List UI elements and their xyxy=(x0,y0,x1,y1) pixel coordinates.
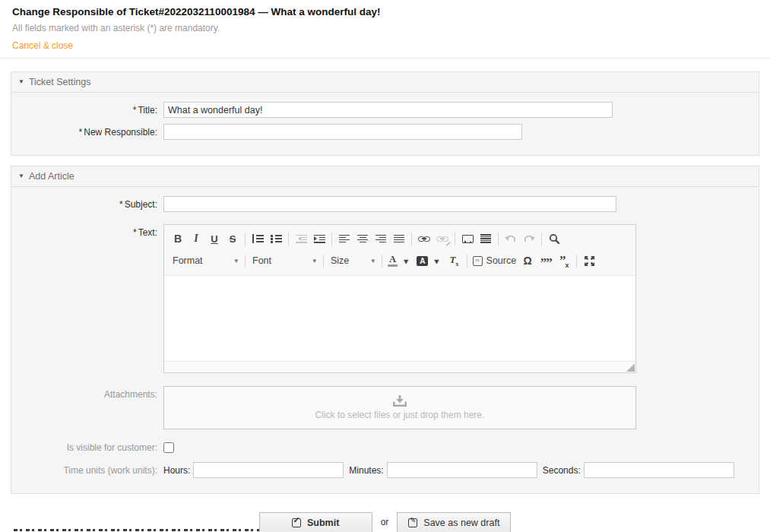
align-right-icon xyxy=(375,235,386,243)
undo-icon xyxy=(505,234,517,244)
insert-quote-button[interactable]: ”” xyxy=(537,252,555,270)
save-draft-button-label: Save as new draft xyxy=(423,518,499,528)
outdent-button[interactable] xyxy=(292,230,310,248)
visible-for-customer-checkbox[interactable] xyxy=(163,442,174,453)
align-center-icon xyxy=(357,235,368,243)
unlink-icon xyxy=(436,236,448,242)
indent-button[interactable] xyxy=(310,230,328,248)
link-icon xyxy=(418,236,430,242)
title-label: *Title: xyxy=(17,102,163,116)
format-combo-label: Format xyxy=(173,255,203,266)
required-mark: * xyxy=(133,105,137,116)
ticket-settings-header[interactable]: ▼ Ticket Settings xyxy=(11,72,759,93)
font-combo-label: Font xyxy=(252,255,271,266)
redo-button[interactable] xyxy=(520,230,538,248)
add-article-body: *Subject: *Text: B I U S xyxy=(11,187,759,493)
add-article-title: Add Article xyxy=(29,171,74,182)
italic-button[interactable]: I xyxy=(187,230,205,248)
ticket-settings-body: *Title: *New Responsible: xyxy=(11,93,759,155)
richtext-editor: B I U S xyxy=(163,224,636,373)
remove-quote-icon: ”x xyxy=(559,253,569,268)
minutes-input[interactable] xyxy=(387,462,537,478)
dropzone-text: Click to select files or just drop them … xyxy=(315,410,485,420)
time-units-row: Time units (work units): Hours: Minutes:… xyxy=(17,462,753,478)
toolbar-separator xyxy=(331,233,332,245)
underline-button[interactable]: U xyxy=(205,230,223,248)
bullet-list-icon xyxy=(271,235,282,243)
visible-for-customer-label: Is visible for customer: xyxy=(17,442,163,453)
seconds-input[interactable] xyxy=(584,462,734,478)
background-color-button[interactable]: A▾ xyxy=(414,252,445,270)
remove-format-button[interactable]: Tx xyxy=(445,252,464,270)
insert-link-button[interactable] xyxy=(415,230,433,248)
toolbar-separator xyxy=(245,255,246,268)
remove-format-icon: Tx xyxy=(450,254,459,268)
undo-button[interactable] xyxy=(502,230,520,248)
outdent-icon xyxy=(296,235,307,243)
chevron-down-icon: ▾ xyxy=(312,257,316,264)
chevron-down-icon: ▾ xyxy=(234,257,238,264)
text-color-button[interactable]: A▾ xyxy=(385,252,414,270)
cancel-close-link[interactable]: Cancel & close xyxy=(12,40,73,51)
subject-input[interactable] xyxy=(163,196,616,212)
align-left-button[interactable] xyxy=(335,230,353,248)
new-responsible-input[interactable] xyxy=(163,124,522,140)
source-button-label: Source xyxy=(486,255,517,266)
collapse-arrow-icon: ▼ xyxy=(18,79,24,85)
ordered-list-icon xyxy=(252,235,264,243)
toolbar-separator xyxy=(411,233,412,245)
image-icon xyxy=(462,235,474,243)
source-button[interactable]: ‹›Source xyxy=(471,252,519,270)
bold-button[interactable]: B xyxy=(169,230,187,248)
title-row: *Title: xyxy=(17,102,753,118)
footer-actions: ✓ Submit or ✎ Save as new draft xyxy=(0,512,770,532)
save-as-new-draft-button[interactable]: ✎ Save as new draft xyxy=(397,512,511,532)
title-input[interactable] xyxy=(163,102,613,118)
horizontal-rule-button[interactable] xyxy=(477,230,495,248)
mandatory-note: All fields marked with an asterisk (*) a… xyxy=(12,23,758,34)
resize-grip[interactable] xyxy=(626,363,635,372)
time-units-label: Time units (work units): xyxy=(17,462,163,476)
file-dropzone[interactable]: Click to select files or just drop them … xyxy=(163,386,636,429)
remove-quote-button[interactable]: ”x xyxy=(555,252,573,270)
insert-image-button[interactable] xyxy=(458,230,477,248)
underline-icon: U xyxy=(211,233,217,245)
chevron-down-icon: ▾ xyxy=(371,257,375,264)
font-combo[interactable]: Font▾ xyxy=(249,254,320,268)
required-mark: * xyxy=(79,127,83,138)
required-mark: * xyxy=(119,199,123,210)
special-char-button[interactable]: Ω xyxy=(518,252,537,270)
redo-icon xyxy=(523,234,535,244)
italic-icon: I xyxy=(194,233,198,245)
chevron-down-icon: ▾ xyxy=(400,254,412,268)
find-button[interactable] xyxy=(545,230,563,248)
size-combo[interactable]: Size▾ xyxy=(327,254,379,268)
align-center-button[interactable] xyxy=(353,230,372,248)
time-units-inputs: Hours: Minutes: Seconds: xyxy=(163,462,734,478)
bold-icon: B xyxy=(174,233,182,245)
ordered-list-button[interactable] xyxy=(249,230,267,248)
horizontal-rule-icon xyxy=(480,234,491,243)
attachments-row: Attachments: Click to select files or ju… xyxy=(17,386,753,429)
maximize-button[interactable] xyxy=(580,252,598,270)
editor-content-area[interactable] xyxy=(164,276,635,361)
toolbar-separator xyxy=(323,255,324,268)
format-combo[interactable]: Format▾ xyxy=(169,254,242,268)
bullet-list-button[interactable] xyxy=(267,230,285,248)
unlink-button[interactable] xyxy=(433,230,452,248)
collapse-arrow-icon: ▼ xyxy=(18,173,24,179)
submit-button[interactable]: ✓ Submit xyxy=(259,512,372,532)
justify-button[interactable] xyxy=(390,230,408,248)
subject-label: *Subject: xyxy=(17,196,163,210)
add-article-header[interactable]: ▼ Add Article xyxy=(11,166,759,187)
strikethrough-button[interactable]: S xyxy=(223,230,242,248)
hours-input[interactable] xyxy=(193,462,344,478)
text-color-icon: A xyxy=(388,255,398,268)
new-responsible-label: *New Responsible: xyxy=(17,124,163,138)
add-article-widget: ▼ Add Article *Subject: *Text: B I U S xyxy=(11,166,759,494)
visible-for-customer-row: Is visible for customer: xyxy=(17,442,753,453)
align-right-button[interactable] xyxy=(372,230,390,248)
maximize-icon xyxy=(585,256,594,266)
text-row: *Text: B I U S xyxy=(17,224,753,373)
editor-toolbar-row1: B I U S xyxy=(164,225,635,249)
